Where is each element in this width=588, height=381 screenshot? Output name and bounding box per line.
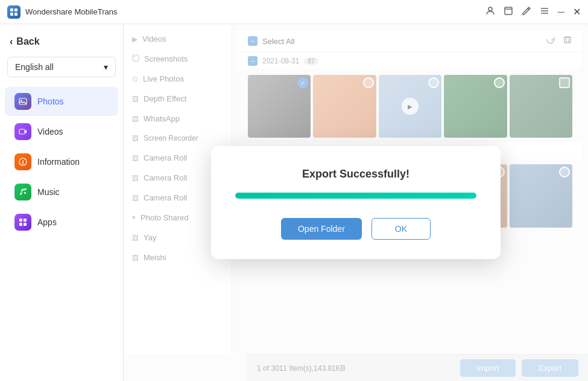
sidebar-item-information[interactable]: Information [5,147,118,176]
videos-icon [14,123,31,140]
app-title: Wondershare MobileTrans [25,7,117,16]
chevron-down-icon: ▾ [104,62,108,72]
svg-rect-5 [505,7,512,14]
information-icon [14,153,31,170]
svg-rect-14 [19,223,22,226]
modal-buttons: Open Folder OK [235,218,476,240]
svg-point-11 [24,192,26,194]
svg-point-7 [21,100,22,101]
ok-button[interactable]: OK [371,218,431,240]
svg-rect-1 [14,8,17,11]
videos-label: Videos [37,127,63,136]
minimize-icon[interactable]: ─ [558,7,564,18]
menu-icon[interactable] [540,6,549,18]
app-icon [7,5,21,19]
svg-rect-8 [19,129,25,134]
sidebar-item-photos[interactable]: Photos [5,87,118,116]
sidebar: ‹ Back English all ▾ Photos [0,24,124,381]
svg-rect-3 [14,13,17,16]
sidebar-item-music[interactable]: Music [5,178,118,207]
main-layout: ‹ Back English all ▾ Photos [0,24,588,381]
titlebar-controls: ─ ✕ [485,6,581,18]
modal-overlay: Export Successfully! Open Folder OK [124,24,588,381]
progress-bar-container [235,193,476,199]
edit-icon[interactable] [522,6,531,18]
language-dropdown[interactable]: English all ▾ [7,57,116,77]
export-success-modal: Export Successfully! Open Folder OK [211,146,501,259]
open-folder-button[interactable]: Open Folder [281,218,362,240]
music-label: Music [37,187,60,197]
modal-title: Export Successfully! [235,168,476,181]
svg-rect-13 [24,219,27,222]
back-label: Back [16,36,39,47]
svg-rect-0 [10,8,13,11]
titlebar-left: Wondershare MobileTrans [7,5,117,19]
svg-point-10 [20,193,22,195]
profile-icon[interactable] [485,6,495,18]
titlebar: Wondershare MobileTrans ─ ✕ [0,0,588,24]
svg-rect-15 [24,223,27,226]
apps-label: Apps [37,217,57,227]
music-icon [14,184,31,200]
content-area: ▶ Videos Screenshots ⊙ Live Photos 🖼 Dep… [124,24,588,381]
photos-icon [14,93,31,110]
progress-bar-fill [235,193,476,199]
window-icon[interactable] [504,6,513,18]
photos-label: Photos [37,97,64,106]
back-arrow-icon: ‹ [10,36,13,47]
apps-icon [14,214,31,231]
svg-rect-12 [19,219,22,222]
svg-point-4 [488,7,492,11]
back-button[interactable]: ‹ Back [0,31,123,57]
close-icon[interactable]: ✕ [573,6,581,18]
svg-rect-2 [10,13,13,16]
sidebar-item-apps[interactable]: Apps [5,208,118,237]
information-label: Information [37,157,80,167]
dropdown-label: English all [15,62,54,72]
sidebar-item-videos[interactable]: Videos [5,117,118,146]
